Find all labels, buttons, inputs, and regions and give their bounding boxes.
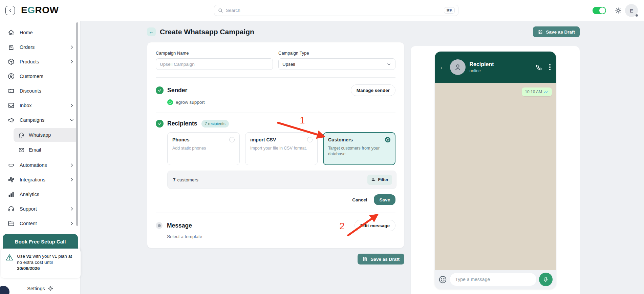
main-content: ← Create Whatsapp Campaign Save as Draft…	[81, 21, 644, 294]
sidebar-item-home[interactable]: Home	[0, 25, 80, 40]
search-input[interactable]	[226, 8, 441, 13]
whatsapp-sender-icon	[167, 99, 173, 105]
search-icon	[218, 8, 223, 13]
avatar-initial: E	[630, 8, 633, 14]
automations-icon	[7, 161, 15, 169]
sender-section: Sender Manage sender egrow support	[147, 78, 404, 113]
option-card-phones[interactable]: Phones Add static phones	[167, 132, 240, 165]
chevron-right-icon	[69, 177, 74, 182]
sidebar-collapse-button[interactable]	[5, 6, 15, 15]
edit-message-button[interactable]: Edit message	[355, 220, 395, 231]
sidebar-item-orders[interactable]: Orders	[0, 40, 80, 54]
outgoing-message-bubble: 10:10 AM ✓✓	[522, 87, 552, 96]
sidebar-item-products[interactable]: Products	[0, 54, 80, 69]
settings-label: Settings	[27, 286, 45, 291]
sidebar-item-inbox[interactable]: Inbox	[0, 98, 80, 113]
search-shortcut-badge: ⌘K	[444, 7, 455, 14]
phone-mockup: ← Recipient online 10:10 AM	[435, 52, 556, 289]
message-step-indicator	[156, 222, 163, 229]
sidebar-subitem-label: Whatsapp	[29, 132, 51, 138]
campaign-form-card: Campaign Name Campaign Type Upsell	[147, 42, 404, 248]
orders-bag-icon	[7, 43, 15, 51]
manage-sender-button[interactable]: Manage sender	[351, 84, 395, 96]
campaign-basics-section: Campaign Name Campaign Type Upsell	[147, 42, 404, 78]
recipients-section: Recipients 7 recipients Phones Add stati…	[147, 113, 404, 213]
read-receipt-icon: ✓✓	[543, 90, 548, 94]
radio-customers-selected[interactable]	[385, 137, 390, 142]
sidebar-item-analytics[interactable]: Analytics	[0, 187, 80, 201]
whatsapp-chat-icon	[18, 132, 25, 138]
emoji-smiley-icon[interactable]	[438, 275, 447, 284]
content-row: Campaign Name Campaign Type Upsell	[147, 42, 580, 294]
notice-pre: Use	[17, 254, 26, 259]
page-title: Create Whatsapp Campaign	[160, 28, 254, 36]
sidebar-subitem-email[interactable]: Email	[14, 143, 78, 157]
back-button[interactable]: ←	[147, 27, 156, 36]
sliders-filter-icon	[371, 177, 376, 182]
home-icon	[7, 29, 15, 36]
recipient-options: Phones Add static phones import CSV Impo…	[167, 132, 395, 165]
message-title: Message	[167, 222, 192, 229]
cancel-button[interactable]: Cancel	[352, 197, 367, 202]
campaign-name-input[interactable]	[156, 58, 273, 70]
settings-button[interactable]: Settings	[0, 283, 81, 294]
voice-record-button[interactable]	[539, 273, 553, 286]
chevron-right-icon	[69, 207, 74, 211]
light-mode-icon[interactable]	[615, 7, 622, 14]
sidebar-item-label: Support	[20, 206, 65, 212]
global-search: ⌘K	[214, 5, 458, 16]
option-card-customers[interactable]: Customers Target customers from your dat…	[323, 132, 395, 165]
user-avatar[interactable]: E	[625, 4, 638, 17]
support-headphones-icon	[7, 205, 15, 213]
chevron-right-icon	[69, 45, 74, 50]
sidebar-item-label: Customers	[20, 74, 74, 79]
whatsapp-preview-panel: ← Recipient online 10:10 AM	[411, 46, 580, 294]
chat-message-input[interactable]	[450, 273, 536, 286]
sidebar-scrollbar[interactable]	[76, 22, 78, 226]
sidebar-item-campaigns[interactable]: Campaigns	[0, 113, 80, 127]
inbox-icon	[7, 102, 15, 109]
app-logo: EGROW	[21, 5, 59, 16]
sender-complete-check-icon	[156, 86, 164, 94]
sidebar-item-support[interactable]: Support	[0, 201, 80, 216]
save-as-draft-button-top[interactable]: Save as Draft	[533, 26, 580, 37]
sidebar-item-customers[interactable]: Customers	[0, 69, 80, 83]
chevron-right-icon	[69, 59, 74, 64]
sidebar-nav: Home Orders Products Customers Discounts…	[0, 21, 80, 231]
sidebar: Home Orders Products Customers Discounts…	[0, 21, 81, 294]
filter-button[interactable]: Filter	[367, 175, 392, 185]
recipient-avatar	[450, 59, 466, 75]
sender-account-name: egrow support	[176, 100, 205, 105]
sidebar-item-integrations[interactable]: Integrations	[0, 172, 80, 187]
sidebar-item-content[interactable]: Content	[0, 216, 80, 231]
chat-back-button[interactable]: ←	[439, 63, 446, 71]
content-folder-icon	[7, 220, 15, 227]
chevron-down-icon	[386, 62, 391, 67]
campaigns-megaphone-icon	[7, 116, 15, 124]
sidebar-item-label: Inbox	[20, 103, 65, 108]
sidebar-item-discounts[interactable]: Discounts	[0, 83, 80, 98]
sidebar-subitem-whatsapp[interactable]: Whatsapp	[14, 128, 78, 142]
theme-toggle[interactable]	[593, 7, 606, 14]
save-as-draft-button-bottom[interactable]: Save as Draft	[358, 254, 404, 264]
campaign-type-value: Upsell	[282, 62, 295, 67]
message-section: Message Edit message Select a template	[147, 213, 404, 248]
notice-v2: v2	[26, 254, 31, 259]
call-phone-icon[interactable]	[535, 64, 542, 71]
save-button[interactable]: Save	[374, 194, 395, 205]
chat-menu-kebab-icon[interactable]	[549, 63, 551, 71]
filter-label: Filter	[378, 177, 388, 182]
sidebar-item-label: Discounts	[20, 88, 74, 94]
message-subtitle: Select a template	[167, 234, 395, 239]
chat-body: 10:10 AM ✓✓	[435, 83, 556, 270]
status-dot	[635, 14, 638, 17]
radio-phones[interactable]	[229, 137, 235, 142]
discounts-ticket-icon	[7, 87, 15, 95]
chat-input-bar	[435, 270, 556, 289]
person-icon	[453, 63, 462, 72]
option-card-import-csv[interactable]: import CSV Import your file in CSV forma…	[245, 132, 318, 165]
radio-import-csv[interactable]	[307, 137, 313, 142]
gear-icon	[48, 286, 53, 291]
campaign-type-select[interactable]: Upsell	[278, 58, 395, 70]
sidebar-item-automations[interactable]: Automations	[0, 158, 80, 172]
